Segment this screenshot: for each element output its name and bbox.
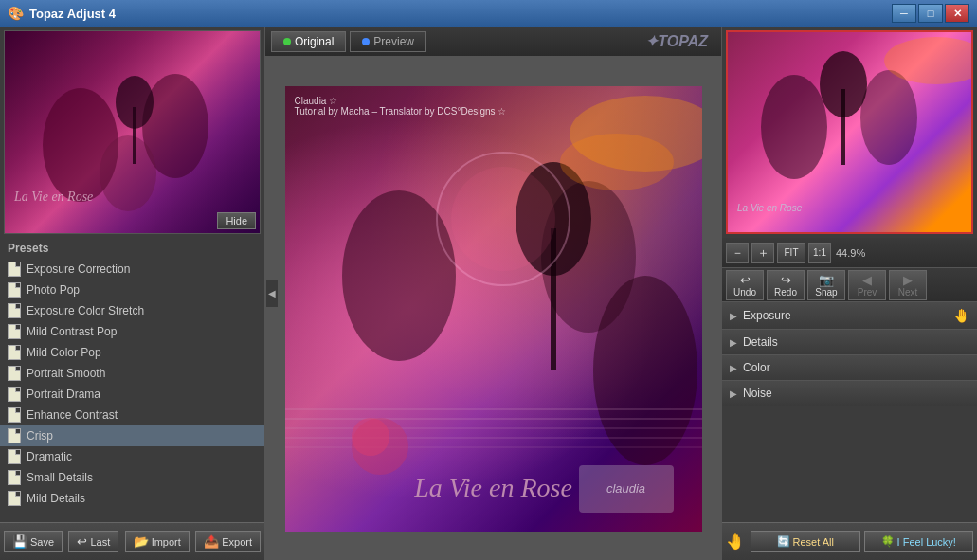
thumb-text: La Vie en Rose [14,190,93,205]
preset-doc-icon [8,345,21,360]
adj-section-noise: ▶Noise [722,381,977,406]
preset-item[interactable]: Portrait Smooth [0,363,264,384]
preset-item[interactable]: Photo Pop [0,280,264,300]
zoom-fit-button[interactable]: FIT [777,243,805,263]
preset-item[interactable]: Mild Details [0,488,264,509]
prev-button[interactable]: ◀ Prev [848,270,886,300]
svg-point-4 [116,76,154,129]
adj-triangle-details: ▶ [730,337,737,348]
lucky-button[interactable]: 🍀 I Feel Lucky! [864,531,974,552]
preset-doc-icon [8,407,21,423]
nav-arrow-left[interactable]: ◀ [265,280,279,308]
canvas-script: La Vie en Rose [414,473,572,503]
preset-doc-icon [8,470,21,485]
preset-label: Mild Color Pop [27,346,101,359]
right-thumb-text: La Vie en Rose [737,203,802,213]
right-thumbnail: La Vie en Rose La Vie en Rose [726,30,973,234]
presets-list[interactable]: Exposure CorrectionPhoto PopExposure Col… [0,259,264,522]
tab-original[interactable]: Original [271,31,346,52]
adj-section-details: ▶Details [722,330,977,355]
svg-point-24 [820,51,867,117]
window-controls: ─ □ ✕ [892,4,969,23]
preset-label: Small Details [27,471,93,484]
save-icon: 💾 [12,534,27,549]
preset-doc-icon [8,491,21,506]
import-button[interactable]: 📂 Import [125,531,190,552]
zoom-out-button[interactable]: － [726,243,749,263]
hide-button[interactable]: Hide [217,212,256,229]
preset-label: Mild Details [27,492,85,505]
svg-point-21 [761,75,827,179]
reset-all-button[interactable]: 🔄 Reset All [751,531,860,552]
redo-button[interactable]: ↪ Redo [767,270,805,300]
adj-header-color[interactable]: ▶Color [722,355,977,380]
preset-doc-icon [8,449,21,464]
zoom-level: 44.9% [836,247,865,259]
preset-item[interactable]: Exposure Correction [0,259,264,280]
app-icon: 🎨 [8,6,24,21]
preset-item[interactable]: Mild Color Pop [0,342,264,363]
preset-item[interactable]: Dramatic [0,446,264,467]
canvas-author: Claudia ☆ Tutorial by Macha – Translator… [295,96,507,117]
close-button[interactable]: ✕ [945,4,969,23]
main-container: La Vie en Rose Hide Presets Exposure Cor… [0,27,977,560]
action-row: 🤚 🔄 Reset All 🍀 I Feel Lucky! [722,522,977,560]
svg-point-22 [860,70,917,165]
window-title: Topaz Adjust 4 [29,7,116,21]
tab-preview[interactable]: Preview [350,31,426,52]
bottom-toolbar: 💾 Save ↩ Last 📂 Import 📤 Export [0,522,264,560]
right-panel: La Vie en Rose La Vie en Rose － ＋ FIT 1:… [721,27,977,560]
adj-header-exposure[interactable]: ▶Exposure🤚 [722,302,977,329]
preset-label: Mild Contrast Pop [27,325,117,338]
minimize-button[interactable]: ─ [892,4,916,23]
undo-button[interactable]: ↩ Undo [726,270,764,300]
history-controls: ↩ Undo ↪ Redo 📷 Snap ◀ Prev ▶ Next [722,268,977,302]
next-button[interactable]: ▶ Next [889,270,927,300]
preset-item[interactable]: Mild Contrast Pop [0,321,264,342]
zoom-in-button[interactable]: ＋ [751,243,774,263]
watermark: claudia [579,465,674,513]
adjustments-area: ▶Exposure🤚▶Details▶Color▶Noise [722,302,977,522]
import-icon: 📂 [134,534,149,549]
undo-icon: ↩ [740,273,751,287]
maximize-button[interactable]: □ [918,4,943,23]
export-icon: 📤 [204,534,219,549]
adj-icon-exposure: 🤚 [953,308,969,323]
prev-icon: ◀ [862,273,872,287]
preset-doc-icon [8,428,21,443]
left-panel: La Vie en Rose Hide Presets Exposure Cor… [0,27,265,560]
adj-triangle-noise: ▶ [730,388,737,399]
redo-icon: ↪ [781,273,791,287]
canvas-area[interactable]: Claudia ☆ Tutorial by Macha – Translator… [265,57,721,560]
right-thumb-image: La Vie en Rose La Vie en Rose [728,32,971,232]
preset-item[interactable]: Exposure Color Stretch [0,300,264,321]
snap-button[interactable]: 📷 Snap [807,270,845,300]
preset-label: Exposure Color Stretch [27,304,144,317]
next-icon: ▶ [903,273,913,287]
preset-label: Dramatic [27,450,72,463]
adj-header-details[interactable]: ▶Details [722,330,977,354]
zoom-controls: － ＋ FIT 1:1 44.9% [722,238,977,268]
preset-item[interactable]: Crisp [0,425,264,446]
lucky-icon: 🍀 [881,535,895,548]
tab-bar: Original Preview ✦TOPAZ [265,27,721,57]
preset-item[interactable]: Enhance Contrast [0,405,264,425]
adj-triangle-color: ▶ [730,363,737,373]
presets-container: Exposure CorrectionPhoto PopExposure Col… [0,259,264,522]
last-button[interactable]: ↩ Last [68,531,118,552]
preset-doc-icon [8,324,21,339]
title-bar: 🎨 Topaz Adjust 4 ─ □ ✕ [0,0,977,27]
export-button[interactable]: 📤 Export [195,531,261,552]
preset-item[interactable]: Portrait Drama [0,384,264,405]
preset-item[interactable]: Small Details [0,467,264,488]
zoom-1to1-button[interactable]: 1:1 [808,243,831,263]
adj-title-exposure: Exposure [743,309,791,322]
adj-title-details: Details [743,335,778,349]
adj-header-noise[interactable]: ▶Noise [722,381,977,406]
preset-label: Enhance Contrast [27,408,118,422]
reset-icon-btn: 🔄 [777,535,790,548]
thumbnail-image: La Vie en Rose [5,31,260,233]
reset-icon: 🤚 [726,533,745,551]
save-button[interactable]: 💾 Save [4,531,63,552]
presets-label: Presets [0,238,264,259]
